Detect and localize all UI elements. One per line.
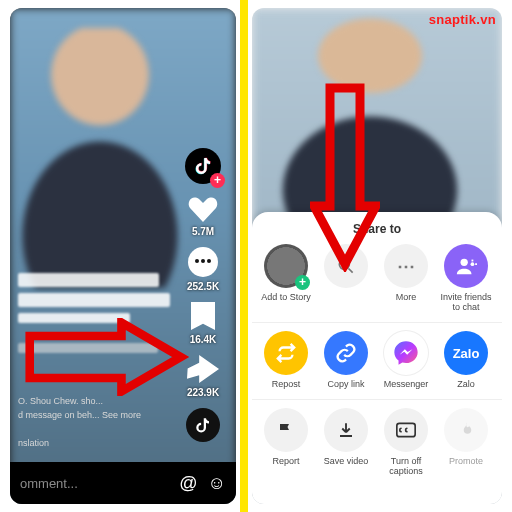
svg-point-3: [471, 262, 475, 266]
heart-icon: [188, 196, 218, 222]
author-line: O. Shou Chew. sho...: [18, 396, 103, 406]
story-icon: +: [264, 244, 308, 288]
action-sidebar: + 5.7M 252.5K 16.4K 223.9K: [176, 148, 230, 442]
sheet-divider: [252, 399, 502, 400]
tile-label: Add to Story: [261, 292, 311, 302]
messenger-tile[interactable]: Messenger: [378, 331, 434, 389]
tile-label: More: [396, 292, 417, 302]
copy-link-tile[interactable]: Copy link: [318, 331, 374, 389]
yellow-divider: [240, 0, 248, 512]
flag-icon: [264, 408, 308, 452]
tile-label: Save video: [324, 456, 369, 466]
repost-icon: [264, 331, 308, 375]
comment-button[interactable]: 252.5K: [176, 247, 230, 292]
download-icon: [324, 408, 368, 452]
share-row-actions: Report Save video Turn off captions Prom…: [252, 406, 502, 484]
like-button[interactable]: 5.7M: [176, 196, 230, 237]
tutorial-arrow-copylink: [310, 82, 380, 272]
sheet-divider: [252, 322, 502, 323]
tiktok-icon: [194, 416, 212, 434]
tile-label: Repost: [272, 379, 301, 389]
comment-placeholder[interactable]: omment...: [20, 476, 169, 491]
captions-tile[interactable]: Turn off captions: [378, 408, 434, 476]
repost-tile[interactable]: Repost: [258, 331, 314, 389]
tiktok-icon: [193, 156, 213, 176]
caption-line: [18, 293, 170, 307]
share-row-apps: Repost Copy link Messenger Zalo Zalo f F…: [252, 329, 502, 397]
caption-line: [18, 273, 159, 287]
fire-icon: [444, 408, 488, 452]
more-tile[interactable]: ⋯ More: [378, 244, 434, 312]
comment-bar[interactable]: omment... @ ☺: [10, 462, 236, 504]
svg-point-2: [461, 259, 468, 266]
tile-label: Invite friends to chat: [440, 292, 491, 312]
tile-label: Copy link: [327, 379, 364, 389]
tile-label: Zalo: [457, 379, 475, 389]
emoji-icon[interactable]: ☺: [208, 473, 226, 494]
music-disc[interactable]: [186, 408, 220, 442]
comment-count: 252.5K: [176, 281, 230, 292]
zalo-tile[interactable]: Zalo Zalo: [438, 331, 494, 389]
add-to-story[interactable]: + Add to Story: [258, 244, 314, 312]
zalo-icon: Zalo: [444, 331, 488, 375]
left-phone: + 5.7M 252.5K 16.4K 223.9K: [10, 8, 236, 504]
tutorial-arrow-share: [24, 318, 196, 396]
like-count: 5.7M: [176, 226, 230, 237]
report-tile[interactable]: Report: [258, 408, 314, 476]
tile-label: Messenger: [384, 379, 429, 389]
save-video-tile[interactable]: Save video: [318, 408, 374, 476]
facebook-tile[interactable]: f Fac: [498, 331, 502, 389]
more-icon: ⋯: [384, 244, 428, 288]
captions-icon: [384, 408, 428, 452]
translation-label[interactable]: nslation: [18, 438, 49, 448]
comment-icon: [188, 247, 218, 277]
watermark-text: snaptik.vn: [429, 12, 496, 27]
follow-plus-icon[interactable]: +: [210, 173, 225, 188]
messenger-icon: [384, 331, 428, 375]
profile-avatar[interactable]: +: [185, 148, 221, 184]
invite-icon: [444, 244, 488, 288]
promote-tile[interactable]: Promote: [438, 408, 494, 476]
video-person: [20, 28, 180, 288]
extra-tile[interactable]: D: [498, 408, 502, 476]
tile-label: Promote: [449, 456, 483, 466]
tile-label: Report: [272, 456, 299, 466]
mention-icon[interactable]: @: [179, 473, 197, 494]
invite-friends[interactable]: Invite friends to chat: [438, 244, 494, 312]
tile-label: Turn off captions: [389, 456, 423, 476]
link-icon: [324, 331, 368, 375]
desc-line: d message on beh... See more: [18, 410, 141, 420]
